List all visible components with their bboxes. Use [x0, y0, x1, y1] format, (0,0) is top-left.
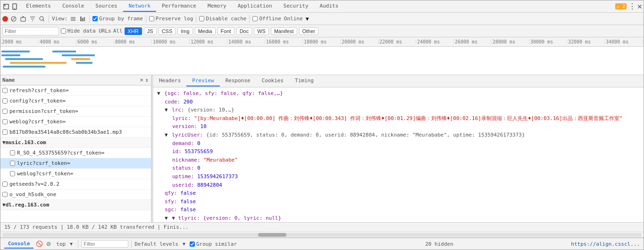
tab-console[interactable]: Console [57, 1, 90, 12]
hide-data-urls-checkbox[interactable]: Hide data URLs [61, 28, 111, 34]
request-checkbox[interactable] [2, 119, 8, 124]
preview-line: ▼ {sgc: false, sfy: false, qfy: false,…} [157, 89, 640, 98]
search-icon[interactable] [38, 15, 46, 23]
top-label: top [56, 241, 66, 247]
request-checkbox[interactable] [2, 109, 8, 114]
list-item[interactable]: config?csrf_token= [0, 96, 151, 106]
close-devtools-icon[interactable]: ✕ [636, 3, 644, 10]
scroll-thumb[interactable] [258, 233, 286, 237]
preview-content: ▼ {sgc: false, sfy: false, qfy: false,…}… [153, 87, 644, 222]
request-checkbox[interactable] [2, 181, 8, 187]
console-tab-label[interactable]: Console [4, 240, 33, 249]
preview-tabs: Headers Preview Response Cookies Timing [153, 75, 644, 87]
list-item[interactable]: ▼ dl.reg.163.com [0, 200, 151, 210]
filter-font-btn[interactable]: Font [217, 27, 234, 35]
list-item[interactable]: ▼ music.163.com [0, 138, 151, 148]
bottom-scrollbar[interactable] [0, 232, 644, 237]
tab-sources[interactable]: Sources [90, 1, 123, 12]
record-button[interactable] [2, 16, 8, 22]
devtools-window: Elements Console Sources Network Perform… [0, 0, 644, 250]
expand-arrow-icon[interactable]: ▼ [165, 107, 171, 113]
list-item[interactable]: b817b89ea35414a8c08c5ab0b34b3ae1.mp3 [0, 127, 151, 138]
json-value: 0 [197, 140, 201, 147]
list-item[interactable]: getseeds?v=2.0.2 [0, 179, 151, 190]
ruler-mark: 18000 ms [302, 39, 340, 44]
tab-response[interactable]: Response [220, 76, 256, 86]
list-item[interactable]: lyric?csrf_token= [0, 158, 151, 169]
clear-icon[interactable] [19, 15, 27, 23]
filter-ws-btn[interactable]: WS [254, 27, 269, 35]
json-key: code: [165, 99, 184, 105]
stop-recording-icon[interactable] [10, 15, 17, 23]
request-checkbox[interactable] [10, 171, 15, 176]
expand-arrow-icon[interactable]: ▼ [165, 215, 171, 221]
expand-arrow-icon[interactable]: ▼ [157, 90, 163, 96]
svg-line-5 [12, 17, 15, 20]
list-item[interactable]: weblog?csrf_token= [0, 117, 151, 127]
ruler-mark: 4000 ms [38, 39, 76, 44]
tab-memory[interactable]: Memory [202, 1, 232, 12]
svg-rect-17 [80, 17, 82, 21]
inspect-icon[interactable] [2, 3, 10, 10]
list-item[interactable]: weblog?csrf_token= [0, 169, 151, 179]
request-checkbox[interactable] [2, 192, 8, 197]
json-key: status: [172, 165, 197, 171]
filter-xhr-btn[interactable]: XHR [125, 27, 142, 35]
preview-line: userid: 88942804 [157, 181, 640, 190]
tab-timing[interactable]: Timing [289, 76, 319, 86]
disable-cache-checkbox[interactable]: Disable cache [199, 16, 246, 22]
device-icon[interactable] [11, 3, 18, 10]
list-view-icon[interactable] [69, 15, 77, 23]
tab-performance[interactable]: Performance [156, 1, 202, 12]
more-tools-icon[interactable]: ⋮ [628, 3, 636, 10]
expand-arrow-icon[interactable]: ▼ [165, 132, 171, 138]
close-panel-icon[interactable]: ✕ [138, 77, 145, 84]
tab-application[interactable]: Application [232, 1, 278, 12]
json-key: ▼ tlyric: {version: 0, lyric: null} [172, 215, 281, 221]
filter-js-btn[interactable]: JS [144, 27, 157, 35]
preview-line: version: 10 [157, 122, 640, 131]
filter-media-btn[interactable]: Media [195, 27, 216, 35]
warning-badge[interactable]: ⚠ 2 [615, 3, 627, 9]
console-filter-input[interactable] [81, 240, 128, 248]
group-similar-checkbox[interactable]: Group similar [190, 241, 237, 247]
filter-css-btn[interactable]: CSS [159, 27, 176, 35]
filter-img-btn[interactable]: Img [177, 27, 192, 35]
tab-preview[interactable]: Preview [186, 76, 219, 86]
request-name: dl.reg.163.com [6, 202, 50, 208]
tab-security[interactable]: Security [278, 1, 314, 12]
list-item[interactable]: R_SO_4_553755659?csrf_token= [0, 148, 151, 158]
list-item[interactable]: o_vod_h5sdk_one [0, 190, 151, 200]
filter-doc-btn[interactable]: Doc [236, 27, 252, 35]
filter-other-btn[interactable]: Other [299, 27, 319, 35]
request-checkbox[interactable] [10, 150, 15, 155]
throttling-dropdown[interactable]: ▾ [305, 15, 310, 23]
console-stop-icon[interactable]: ⊘ [45, 240, 52, 248]
tab-audits[interactable]: Audits [314, 1, 344, 12]
offline-checkbox[interactable]: Offline [252, 16, 281, 22]
request-checkbox[interactable] [2, 88, 8, 93]
top-dropdown-icon[interactable]: ▾ [67, 240, 75, 248]
request-checkbox[interactable] [10, 161, 15, 166]
timeline: 2000 ms4000 ms6000 ms8000 ms10000 ms1200… [0, 37, 644, 75]
waterfall-view-icon[interactable] [79, 15, 86, 23]
ruler-mark: 24000 ms [416, 39, 453, 44]
console-clear-icon[interactable]: 🚫 [35, 240, 43, 248]
list-item[interactable]: permission?csrf_token= [0, 106, 151, 117]
filter-input[interactable] [2, 27, 59, 35]
tab-network[interactable]: Network [123, 1, 156, 12]
filter-manifest-btn[interactable]: Manifest [271, 27, 297, 35]
preserve-log-checkbox[interactable]: Preserve log [149, 16, 193, 22]
default-levels-dropdown[interactable]: ▾ [180, 240, 188, 248]
list-item[interactable]: refresh?csrf_token= [0, 86, 151, 96]
tab-headers[interactable]: Headers [153, 76, 186, 86]
tab-elements[interactable]: Elements [20, 1, 57, 12]
filter-icon[interactable] [29, 15, 36, 23]
scroll-track[interactable] [2, 233, 642, 237]
tab-cookies[interactable]: Cookies [256, 76, 289, 86]
request-name: permission?csrf_token= [9, 108, 78, 114]
group-by-frame-checkbox[interactable]: Group by frame [92, 16, 143, 22]
request-checkbox[interactable] [2, 98, 8, 103]
resize-handle[interactable]: ⇕ [145, 77, 149, 83]
request-checkbox[interactable] [2, 129, 8, 135]
